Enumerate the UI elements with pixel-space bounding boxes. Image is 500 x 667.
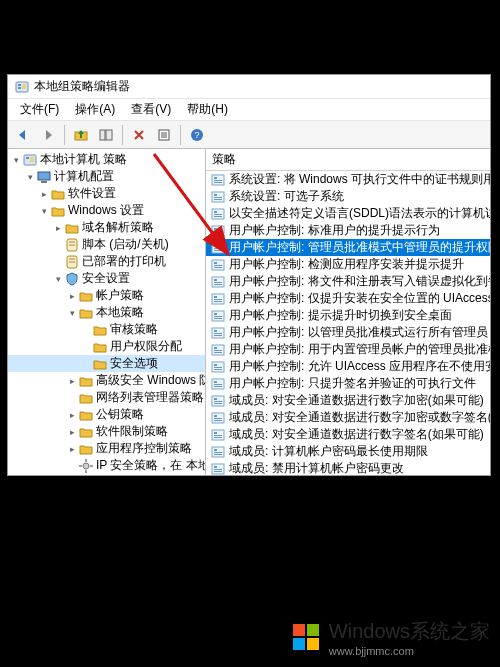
policy-row[interactable]: 域成员: 计算机帐户密码最长使用期限: [206, 443, 490, 460]
policy-row[interactable]: 用户帐户控制: 允许 UIAccess 应用程序在不使用安全桌面…: [206, 358, 490, 375]
policy-item-icon: [210, 427, 226, 443]
toolbar-delete-button[interactable]: [128, 124, 150, 146]
expander-open-icon[interactable]: ▾: [52, 273, 64, 285]
tree-node[interactable]: ▾本地策略: [8, 304, 205, 321]
policy-row[interactable]: 域成员: 对安全通道数据进行数字加密或数字签名(始终): [206, 409, 490, 426]
folder-icon: [50, 203, 66, 219]
policy-row[interactable]: 系统设置: 将 Windows 可执行文件中的证书规则用于软件…: [206, 171, 490, 188]
tree-node[interactable]: ▾计算机配置: [8, 168, 205, 185]
expander-closed-icon[interactable]: ▸: [52, 222, 64, 234]
toolbar-separator: [122, 125, 123, 145]
svg-rect-39: [214, 214, 222, 215]
menu-file[interactable]: 文件(F): [12, 99, 67, 120]
tree-node[interactable]: 审核策略: [8, 321, 205, 338]
policy-row[interactable]: 用户帐户控制: 用于内置管理员帐户的管理员批准模式: [206, 341, 490, 358]
expander-closed-icon[interactable]: ▸: [66, 409, 78, 421]
policy-row[interactable]: 用户帐户控制: 标准用户的提升提示行为: [206, 222, 490, 239]
folder-icon: [78, 373, 94, 389]
svg-rect-2: [18, 87, 21, 89]
policy-row[interactable]: 用户帐户控制: 检测应用程序安装并提示提升: [206, 256, 490, 273]
tree-node[interactable]: ▸高级审核策略配置: [8, 474, 205, 475]
expander-open-icon[interactable]: ▾: [38, 205, 50, 217]
toolbar-show-hide-button[interactable]: [95, 124, 117, 146]
svg-rect-5: [100, 130, 105, 140]
menu-help[interactable]: 帮助(H): [179, 99, 236, 120]
policy-row-label: 域成员: 计算机帐户密码最长使用期限: [229, 443, 428, 460]
svg-rect-59: [214, 299, 222, 300]
toolbar-up-button[interactable]: [70, 124, 92, 146]
expander-open-icon[interactable]: ▾: [10, 154, 22, 166]
policy-row[interactable]: 以安全描述符定义语言(SDDL)语法表示的计算机访问限制: [206, 205, 490, 222]
policy-item-icon: [210, 444, 226, 460]
expander-closed-icon[interactable]: ▸: [66, 290, 78, 302]
list-pane[interactable]: 策略 系统设置: 将 Windows 可执行文件中的证书规则用于软件…系统设置:…: [206, 149, 490, 475]
tree-node[interactable]: 脚本 (启动/关机): [8, 236, 205, 253]
expander-open-icon[interactable]: ▾: [24, 171, 36, 183]
svg-text:?: ?: [194, 130, 199, 140]
folder-icon: [92, 322, 108, 338]
policy-item-icon: [210, 376, 226, 392]
policy-row[interactable]: 系统设置: 可选子系统: [206, 188, 490, 205]
policy-row[interactable]: 域成员: 禁用计算机帐户密码更改: [206, 460, 490, 475]
svg-rect-32: [214, 182, 222, 183]
policy-row[interactable]: 域成员: 对安全通道数据进行数字签名(如果可能): [206, 426, 490, 443]
tree-node[interactable]: ▾安全设置: [8, 270, 205, 287]
svg-rect-42: [214, 228, 217, 230]
menubar: 文件(F) 操作(A) 查看(V) 帮助(H): [8, 99, 490, 121]
svg-rect-17: [41, 181, 47, 183]
toolbar-help-button[interactable]: ?: [186, 124, 208, 146]
expander-closed-icon[interactable]: ▸: [66, 443, 78, 455]
policy-row-label: 域成员: 禁用计算机帐户密码更改: [229, 460, 404, 475]
tree-pane[interactable]: ▾ 本地计算机 策略 ▾计算机配置▸软件设置▾Windows 设置▸域名解析策略…: [8, 149, 206, 475]
expander-none: [52, 239, 64, 251]
policy-row[interactable]: 用户帐户控制: 只提升签名并验证的可执行文件: [206, 375, 490, 392]
tree-node[interactable]: 安全选项: [8, 355, 205, 372]
menu-view[interactable]: 查看(V): [123, 99, 179, 120]
tree-node[interactable]: ▸高级安全 Windows 防火: [8, 372, 205, 389]
policy-row[interactable]: 用户帐户控制: 将文件和注册表写入错误虚拟化到每用户位置: [206, 273, 490, 290]
svg-rect-100: [214, 471, 222, 472]
tree-node[interactable]: 已部署的打印机: [8, 253, 205, 270]
policy-row[interactable]: 域成员: 对安全通道数据进行数字加密(如果可能): [206, 392, 490, 409]
expander-none: [52, 256, 64, 268]
menu-action[interactable]: 操作(A): [67, 99, 123, 120]
tree-node[interactable]: ▸帐户策略: [8, 287, 205, 304]
watermark-text-group: Windows系统之家 www.bjjmmc.com: [329, 618, 490, 657]
policy-row[interactable]: 用户帐户控制: 管理员批准模式中管理员的提升权限提示的…: [206, 239, 490, 256]
svg-rect-99: [214, 469, 222, 470]
policy-item-icon: [210, 342, 226, 358]
tree-node-label: 软件设置: [68, 185, 116, 202]
tree-node-label: 高级安全 Windows 防火: [96, 372, 206, 389]
tree-node[interactable]: ▸软件限制策略: [8, 423, 205, 440]
toolbar-back-button[interactable]: [12, 124, 34, 146]
svg-rect-84: [214, 403, 222, 404]
policy-row-label: 用户帐户控制: 只提升签名并验证的可执行文件: [229, 375, 476, 392]
tree-node[interactable]: ▾Windows 设置: [8, 202, 205, 219]
expander-closed-icon[interactable]: ▸: [66, 375, 78, 387]
tree-node[interactable]: 网络列表管理器策略: [8, 389, 205, 406]
tree-node-label: Windows 设置: [68, 202, 144, 219]
expander-closed-icon[interactable]: ▸: [38, 188, 50, 200]
svg-rect-86: [214, 415, 217, 417]
folder-icon: [78, 441, 94, 457]
tree-node[interactable]: ▸应用程序控制策略: [8, 440, 205, 457]
toolbar-forward-button[interactable]: [37, 124, 59, 146]
expander-open-icon[interactable]: ▾: [66, 307, 78, 319]
tree-node[interactable]: ▸公钥策略: [8, 406, 205, 423]
policy-row-label: 用户帐户控制: 管理员批准模式中管理员的提升权限提示的…: [229, 239, 490, 256]
tree-root[interactable]: ▾ 本地计算机 策略: [8, 151, 205, 168]
tree-node-label: 高级审核策略配置: [96, 474, 192, 475]
tree-node[interactable]: 用户权限分配: [8, 338, 205, 355]
policy-row[interactable]: 用户帐户控制: 提示提升时切换到安全桌面: [206, 307, 490, 324]
tree-node[interactable]: IP 安全策略，在 本地计: [8, 457, 205, 474]
policy-row[interactable]: 用户帐户控制: 仅提升安装在安全位置的 UIAccess 应用程序: [206, 290, 490, 307]
policy-row[interactable]: 用户帐户控制: 以管理员批准模式运行所有管理员: [206, 324, 490, 341]
tree-node[interactable]: ▸软件设置: [8, 185, 205, 202]
policy-item-icon: [210, 240, 226, 256]
list-header[interactable]: 策略: [206, 149, 490, 171]
expander-closed-icon[interactable]: ▸: [66, 426, 78, 438]
tree-node[interactable]: ▸域名解析策略: [8, 219, 205, 236]
list-header-label: 策略: [212, 151, 236, 168]
toolbar-properties-button[interactable]: [153, 124, 175, 146]
window-title: 本地组策略编辑器: [34, 78, 130, 95]
